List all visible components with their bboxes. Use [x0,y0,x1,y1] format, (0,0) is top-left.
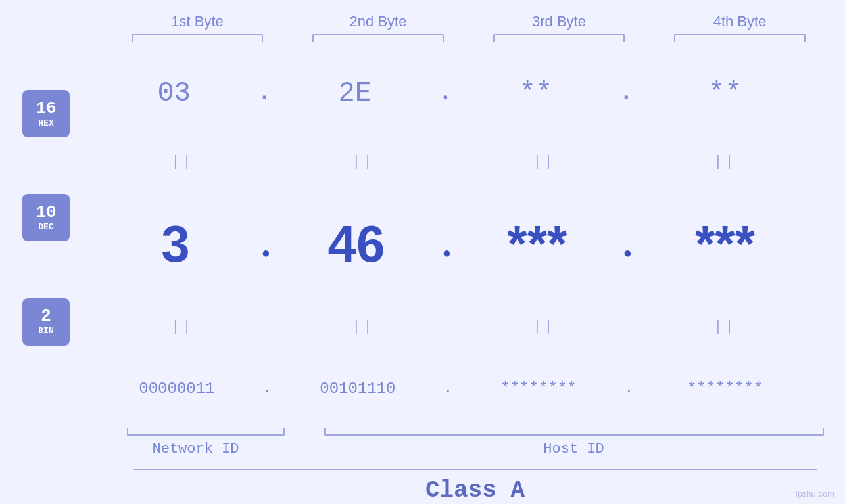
bin-value-2: 00101110 [273,380,443,398]
dec-value-3: *** [454,214,621,274]
dec-value-1: 3 [92,214,259,274]
class-label: Class A [133,477,817,504]
bracket-byte1 [132,34,263,42]
bracket-byte2 [312,34,444,42]
equals-row-2: || || || || [92,319,815,335]
hex-value-3: ** [454,78,617,109]
header-byte1: 1st Byte [118,13,276,30]
badge-hex-label: HEX [38,118,53,128]
dec-row: 3 ● 46 ● *** ● *** [92,214,815,274]
dec-value-4: *** [635,214,815,274]
eq2-4: || [646,319,804,335]
bottom-bracket-host [324,428,824,436]
hex-row: 03 . 2E . ** . ** [92,78,815,109]
dec-cell-2: 46 ● [273,214,454,274]
dec-value-2: 46 [273,214,440,274]
bin-value-1: 00000011 [92,380,262,398]
eq1-2: || [285,154,443,170]
eq1-3: || [466,154,623,170]
dec-cell-3: *** ● [454,214,635,274]
class-bracket-area: Class A [133,469,817,504]
hex-cell-1: 03 . [92,78,273,109]
bottom-bracket-area: Network ID Host ID [107,428,831,457]
bracket-byte3 [493,34,625,42]
main-container: 1st Byte 2nd Byte 3rd Byte 4th Byte 16 H… [0,0,845,504]
bin-cell-1: 00000011 . [92,380,273,398]
badge-dec-number: 10 [36,204,56,221]
eq2-2: || [285,319,443,335]
dot-hex-1: . [257,80,272,106]
badge-hex-number: 16 [36,100,56,117]
bin-value-4: ******** [635,380,815,398]
eq1-4: || [646,154,804,170]
badge-hex: 16 HEX [22,90,70,137]
bin-cell-3: ******** . [454,380,635,398]
dot-bin-3: . [625,380,633,397]
equals-row-1: || || || || [92,154,815,170]
bin-cell-2: 00101110 . [273,380,454,398]
badge-bin-label: BIN [38,326,53,336]
badge-dec: 10 DEC [22,194,70,241]
class-bracket-line [133,469,817,470]
bin-value-3: ******** [454,380,623,398]
badges-column: 16 HEX 10 DEC 2 BIN [0,55,92,426]
host-id-label: Host ID [324,441,824,457]
network-id-label: Network ID [107,441,285,457]
hex-value-1: 03 [92,78,256,109]
hex-value-4: ** [635,78,815,109]
byte-headers: 1st Byte 2nd Byte 3rd Byte 4th Byte [107,13,831,30]
eq2-3: || [466,319,623,335]
bin-row: 00000011 . 00101110 . ******** . *******… [92,380,815,398]
watermark: ipshu.com [796,489,834,499]
dec-cell-4: *** [635,214,815,274]
dot-bin-1: . [263,380,272,397]
eq2-1: || [104,319,262,335]
hex-cell-3: ** . [454,78,635,109]
header-byte4: 4th Byte [661,13,819,30]
header-byte3: 3rd Byte [480,13,638,30]
bracket-byte4 [674,34,806,42]
bin-cell-4: ******** [635,380,815,398]
dec-cell-1: 3 ● [92,214,273,274]
hex-cell-4: ** [635,78,815,109]
dot-dec-1: ● [262,246,270,262]
content-area: 16 HEX 10 DEC 2 BIN 03 . 2E [0,55,845,426]
top-brackets [107,34,831,42]
header-byte2: 2nd Byte [299,13,457,30]
dot-hex-2: . [438,80,452,106]
dot-dec-2: ● [443,246,451,262]
hex-value-2: 2E [273,78,437,109]
bottom-bracket-network [127,428,285,436]
dot-hex-3: . [619,80,633,106]
badge-dec-label: DEC [38,222,53,232]
hex-cell-2: 2E . [273,78,454,109]
dot-bin-2: . [444,380,452,397]
eq1-1: || [104,154,262,170]
badge-bin-number: 2 [41,308,51,325]
badge-bin: 2 BIN [22,298,70,346]
bottom-brackets-row [107,428,831,436]
bottom-labels-row: Network ID Host ID [107,441,831,457]
dot-dec-3: ● [623,246,632,262]
bytes-grid: 03 . 2E . ** . ** || || || [92,55,845,426]
